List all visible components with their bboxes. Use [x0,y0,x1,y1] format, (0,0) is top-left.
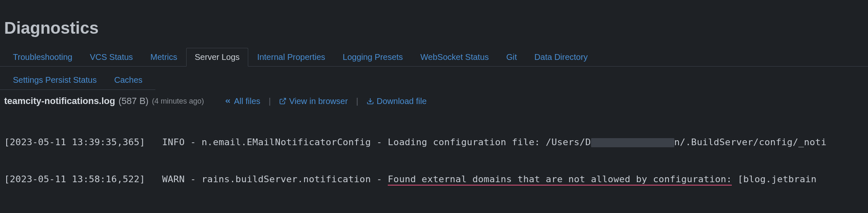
secondary-tabs: Settings Persist Status Caches [0,71,155,90]
tab-settings-persist-status[interactable]: Settings Persist Status [4,71,105,89]
file-info-bar: teamcity-notifications.log (587 B) (4 mi… [0,90,868,110]
tab-internal-properties[interactable]: Internal Properties [248,48,334,67]
tab-websocket-status[interactable]: WebSocket Status [412,48,497,67]
log-file-name: teamcity-notifications.log [4,96,115,106]
tab-data-directory[interactable]: Data Directory [526,48,596,67]
log-text-prefix: [2023-05-11 13:39:35,365] INFO - n.email… [4,137,591,147]
download-icon [367,97,374,105]
double-chevron-left-icon [224,97,232,105]
log-warn-underline: Found external domains that are not allo… [388,174,732,186]
log-line-info: [2023-05-11 13:39:35,365] INFO - n.email… [4,136,864,149]
external-link-icon [279,97,287,105]
tab-caches[interactable]: Caches [105,71,151,89]
tab-metrics[interactable]: Metrics [142,48,186,67]
tab-troubleshooting[interactable]: Troubleshooting [4,48,81,67]
page-title: Diagnostics [0,0,868,48]
tab-git[interactable]: Git [498,48,526,67]
svg-line-0 [282,98,286,102]
log-text-suffix: [blog.jetbrain [732,174,816,184]
log-text-suffix: n/.BuildServer/config/_noti [674,137,827,147]
tab-server-logs[interactable]: Server Logs [186,48,249,67]
primary-tabs: Troubleshooting VCS Status Metrics Serve… [0,48,868,67]
download-file-link[interactable]: Download file [367,97,427,106]
tab-logging-presets[interactable]: Logging Presets [334,48,412,67]
action-divider: | [269,97,271,106]
log-viewer: [2023-05-11 13:39:35,365] INFO - n.email… [0,110,868,200]
all-files-label: All files [234,97,260,106]
all-files-link[interactable]: All files [224,97,260,106]
log-line-warn: [2023-05-11 13:58:16,522] WARN - rains.b… [4,173,864,186]
view-in-browser-link[interactable]: View in browser [279,97,348,106]
action-divider: | [356,97,358,106]
log-file-size: (587 B) [118,96,148,106]
redacted-block [591,138,674,147]
log-text-prefix: [2023-05-11 13:58:16,522] WARN - rains.b… [4,174,388,184]
view-in-browser-label: View in browser [289,97,348,106]
download-file-label: Download file [377,97,427,106]
tab-vcs-status[interactable]: VCS Status [81,48,142,67]
log-file-age: (4 minutes ago) [152,97,204,106]
